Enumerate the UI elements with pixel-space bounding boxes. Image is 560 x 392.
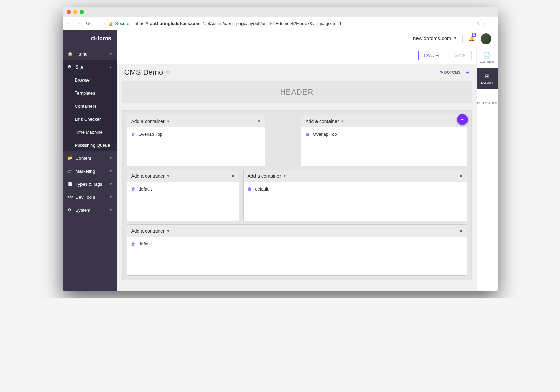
trash-icon[interactable]: 🗑 [306, 132, 310, 137]
copy-icon[interactable]: ⧉ [166, 70, 170, 75]
sidebar-subitem-link-checker[interactable]: Link Checker [63, 112, 117, 125]
sidebar-subitem-containers[interactable]: Containers [63, 99, 117, 112]
layout-header-section: HEADER [122, 81, 472, 103]
caret-down-icon: ▼ [167, 174, 170, 178]
trash-icon[interactable]: 🗑 [248, 187, 252, 192]
sidebar-subitem-label: Templates [75, 90, 95, 96]
trash-icon[interactable]: 🗑 [131, 132, 135, 137]
url-host: authoring5.dotcms.com [150, 21, 200, 26]
chevron-down-icon: ▼ [109, 208, 113, 212]
layout-grid: + Add a container ▼ ✕ 🗑 [122, 110, 472, 280]
sidebar-subitem-label: Time Machine [75, 130, 103, 135]
add-container-dropdown[interactable]: Add a container [131, 119, 165, 124]
theme-selector[interactable]: ✎ DOTCMS [440, 70, 461, 75]
sidebar-subitem-time-machine[interactable]: Time Machine [63, 125, 117, 138]
url-text-prefix: https:// [135, 21, 148, 26]
add-container-dropdown[interactable]: Add a container [131, 228, 165, 234]
url-bar[interactable]: 🔒 Secure | https://authoring5.dotcms.com… [104, 19, 485, 28]
sidebar-back-button[interactable]: ← [67, 36, 72, 41]
sidebar-item-system[interactable]: ⚙ System ▼ [63, 204, 117, 217]
close-window-button[interactable] [67, 10, 71, 14]
sidebar-item-home[interactable]: 🏠 Home ▼ [63, 47, 117, 60]
remove-box-icon[interactable]: ✕ [459, 229, 463, 233]
grid-view-icon[interactable]: ⊞ [465, 70, 470, 75]
domain-selector[interactable]: new.dotcms.com ▼ [413, 35, 457, 42]
grid-box[interactable]: Add a container ▼ ✕ 🗑 default [243, 170, 467, 221]
sidebar-subitem-publishing-queue[interactable]: Publishing Queue [63, 138, 117, 151]
trash-icon[interactable]: 🗑 [131, 242, 135, 246]
url-path: /dotAdmin/#/edit-page/layout?url=%2Fdemo… [202, 21, 341, 26]
sidebar-item-marketing[interactable]: ◎ Marketing ▼ [63, 164, 117, 177]
right-tabs: 📄 CONTENT ⊞ LAYOUT + PROPERTIES [476, 47, 498, 291]
notification-badge: 8 [472, 33, 476, 37]
sidebar-subitem-templates[interactable]: Templates [63, 86, 117, 99]
home-icon: 🏠 [67, 51, 72, 56]
grid-box[interactable]: Add a container ▼ ✕ 🗑 default [127, 170, 239, 221]
sidebar-top: ← dtcms [63, 30, 117, 47]
add-container-dropdown[interactable]: Add a container [306, 119, 339, 124]
maximize-window-button[interactable] [80, 10, 84, 14]
sidebar-item-site[interactable]: ⚙ Site ▲ [63, 60, 117, 73]
plus-icon: + [485, 94, 488, 100]
avatar[interactable] [481, 33, 491, 44]
tab-label: CONTENT [480, 60, 495, 63]
sidebar-item-label: System [76, 208, 90, 213]
top-header: new.dotcms.com ▼ 🔔 8 [117, 30, 498, 47]
caret-down-icon: ▼ [283, 174, 286, 178]
browser-toolbar: ← → ⟳ ⌂ 🔒 Secure | https://authoring5.do… [63, 17, 498, 30]
sidebar-item-types-tags[interactable]: 📄 Types & Tags ▼ [63, 177, 117, 191]
code-icon: </> [67, 195, 72, 199]
nav-forward-button[interactable]: → [76, 21, 82, 27]
tab-label: PROPERTIES [477, 101, 497, 105]
sidebar-item-content[interactable]: 📂 Content ▼ [63, 151, 117, 164]
sidebar-item-label: Types & Tags [76, 182, 102, 187]
nav-back-button[interactable]: ← [66, 21, 72, 27]
box-header: Add a container ▼ ✕ [127, 170, 239, 182]
grid-box[interactable]: Add a container ▼ ✕ 🗑 default [127, 224, 467, 276]
layout-icon: ⊞ [485, 73, 489, 79]
remove-box-icon[interactable]: ✕ [459, 174, 463, 179]
sidebar-item-label: Home [76, 51, 88, 57]
box-body: 🗑 default [244, 182, 467, 221]
remove-box-icon[interactable]: ✕ [231, 174, 235, 179]
browser-menu-button[interactable]: ⋮ [488, 20, 494, 27]
grid-spacer [269, 115, 297, 166]
minimize-window-button[interactable] [73, 10, 77, 14]
add-container-dropdown[interactable]: Add a container [248, 173, 281, 179]
tab-properties[interactable]: + PROPERTIES [477, 89, 498, 110]
bookmark-star-icon[interactable]: ☆ [477, 21, 481, 26]
editor-panel: CANCEL SAVE CMS Demo ⧉ ✎ DOTCMS ⊞ [117, 47, 476, 291]
add-container-dropdown[interactable]: Add a container [131, 173, 165, 179]
sidebar-subitem-label: Containers [75, 103, 97, 109]
grid-row: Add a container ▼ ✕ 🗑 default [127, 170, 467, 221]
chevron-down-icon: ▼ [109, 182, 113, 186]
trash-icon[interactable]: 🗑 [131, 187, 135, 192]
tab-layout[interactable]: ⊞ LAYOUT [477, 68, 498, 89]
chevron-down-icon: ▼ [109, 52, 113, 56]
box-body: 🗑 default [127, 237, 467, 275]
box-body: 🗑 Overlap Top [301, 127, 467, 166]
box-body: 🗑 default [127, 182, 239, 221]
container-item-label: default [139, 241, 152, 246]
caret-down-icon: ▼ [167, 229, 170, 233]
secure-label: Secure [115, 21, 129, 26]
sidebar-subitem-label: Browser [75, 77, 91, 83]
nav-reload-button[interactable]: ⟳ [85, 21, 91, 27]
container-item-label: Overlap Top [313, 132, 337, 137]
add-row-fab[interactable]: + [457, 114, 468, 125]
container-item-label: default [139, 186, 152, 192]
tab-content[interactable]: 📄 CONTENT [477, 47, 498, 68]
grid-box[interactable]: Add a container ▼ ✕ 🗑 Overlap Top [301, 115, 467, 166]
target-icon: ◎ [67, 169, 72, 173]
cancel-button[interactable]: CANCEL [418, 51, 447, 60]
remove-box-icon[interactable]: ✕ [257, 119, 261, 124]
notification-button[interactable]: 🔔 8 [468, 35, 475, 42]
browser-window: ← → ⟳ ⌂ 🔒 Secure | https://authoring5.do… [63, 7, 498, 291]
nav-home-button[interactable]: ⌂ [95, 21, 101, 27]
grid-box[interactable]: Add a container ▼ ✕ 🗑 Overlap Top [127, 115, 265, 166]
sidebar-item-dev-tools[interactable]: </> Dev Tools ▼ [63, 191, 117, 204]
sidebar-subitem-browser[interactable]: Browser [63, 73, 117, 86]
container-item-label: Overlap Top [139, 132, 163, 137]
divider [462, 35, 463, 43]
sidebar-subitem-label: Publishing Queue [75, 143, 110, 148]
